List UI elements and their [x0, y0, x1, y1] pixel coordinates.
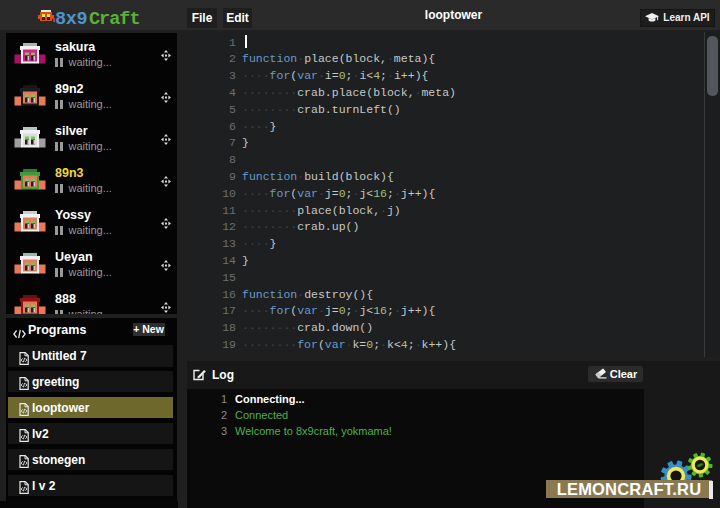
svg-text:8x9: 8x9 [55, 9, 87, 28]
svg-text:Craft: Craft [89, 9, 140, 28]
